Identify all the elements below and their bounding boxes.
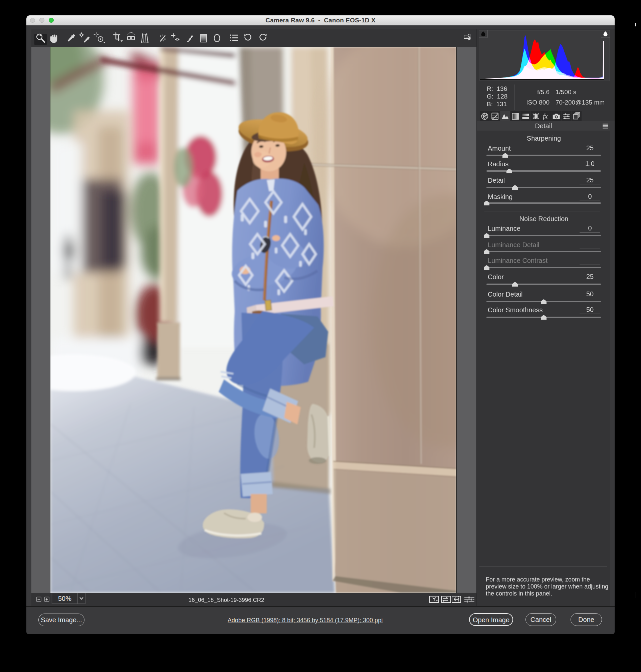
svg-text:50%: 50% — [58, 595, 71, 602]
svg-text:fx: fx — [543, 112, 548, 120]
